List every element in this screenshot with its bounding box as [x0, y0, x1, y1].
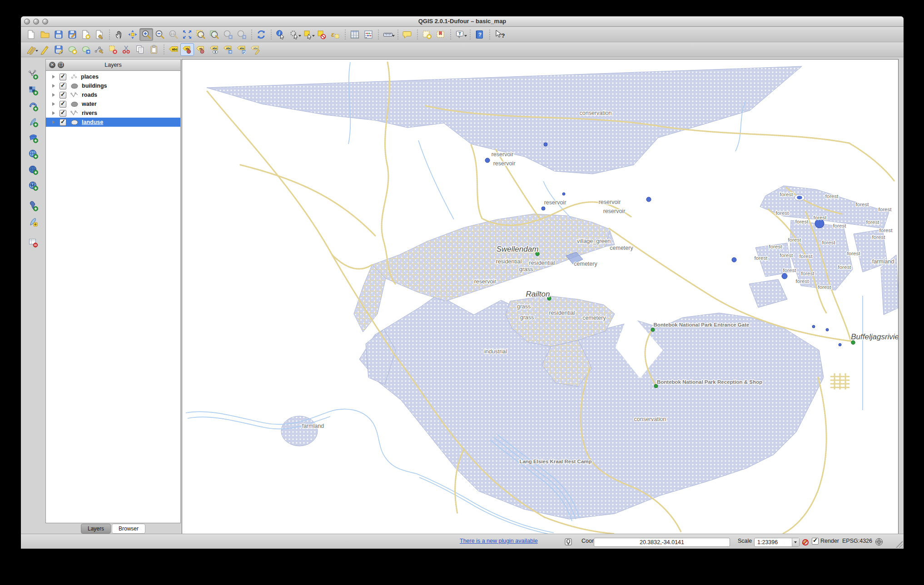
- rotate-label-button[interactable]: abc: [235, 43, 248, 56]
- attribute-table-button[interactable]: [348, 28, 362, 41]
- crs-projector-icon[interactable]: [875, 538, 883, 546]
- landuse-label: conservation: [580, 110, 612, 116]
- zoom-native-button[interactable]: 1:1: [167, 28, 180, 41]
- layer-visibility-checkbox[interactable]: [60, 74, 66, 80]
- cut-features-button[interactable]: [120, 43, 134, 56]
- zoom-in-button[interactable]: [139, 28, 153, 41]
- add-raster-button[interactable]: [26, 84, 40, 97]
- move-feature-icon: [80, 44, 91, 55]
- move-label-button[interactable]: abc: [221, 43, 235, 56]
- add-vector-button[interactable]: [26, 68, 40, 81]
- layer-polygon-symbol-icon: [70, 101, 79, 107]
- zoom-native-icon: 1:1: [168, 29, 179, 40]
- zoom-full-button[interactable]: [180, 28, 194, 41]
- add-wms-button[interactable]: [26, 148, 40, 160]
- map-canvas[interactable]: conservationreservoirreservoirreservoirr…: [182, 59, 899, 535]
- zoom-next-button[interactable]: [235, 28, 248, 41]
- new-spatialite-layer-button[interactable]: [26, 216, 40, 228]
- showhide-labels-icon: abc: [209, 44, 220, 55]
- pan-map-button[interactable]: [112, 28, 126, 41]
- layer-item-water[interactable]: water: [46, 99, 180, 109]
- toggle-editing-button[interactable]: [38, 43, 52, 56]
- showhide-labels-button[interactable]: abc: [208, 43, 221, 56]
- forest-label: forest: [825, 193, 839, 199]
- scale-combo[interactable]: 1:23396: [754, 538, 800, 547]
- zoom-to-selection-button[interactable]: [194, 28, 208, 41]
- node-tool-button[interactable]: [93, 43, 106, 56]
- field-calculator-button[interactable]: [362, 28, 375, 41]
- layer-visibility-checkbox[interactable]: [60, 119, 66, 126]
- current-edits-button[interactable]: [25, 43, 38, 56]
- help-button[interactable]: ?: [473, 28, 487, 41]
- show-bookmarks-button[interactable]: [434, 28, 447, 41]
- expand-arrow-icon[interactable]: [52, 102, 55, 106]
- open-project-button[interactable]: [38, 28, 52, 41]
- forest-label: forest: [783, 268, 797, 273]
- composer-manager-button[interactable]: [93, 28, 106, 41]
- deselect-features-button[interactable]: [315, 28, 328, 41]
- paste-features-button[interactable]: [147, 43, 161, 56]
- feature-action-button[interactable]: [288, 28, 301, 41]
- resize-grip[interactable]: [895, 540, 903, 548]
- pin-labels-button[interactable]: ab: [180, 43, 194, 56]
- paste-features-icon: [149, 44, 159, 55]
- layer-visibility-checkbox[interactable]: [60, 110, 66, 117]
- save-project-as-button[interactable]: [65, 28, 79, 41]
- new-bookmark-button[interactable]: [420, 28, 434, 41]
- refresh-button[interactable]: [254, 28, 268, 41]
- identify-button[interactable]: i: [274, 28, 288, 41]
- dropdown-arrow-icon[interactable]: [464, 35, 467, 37]
- map-tips-button[interactable]: [401, 28, 414, 41]
- layers-panel: ✕ ❐ Layers placesbuildingsroadswaterrive…: [45, 59, 181, 534]
- tab-browser[interactable]: Browser: [112, 524, 145, 534]
- measure-button[interactable]: [381, 28, 395, 41]
- scale-dropdown-arrow-icon[interactable]: [792, 538, 799, 546]
- layer-visibility-checkbox[interactable]: [60, 101, 66, 108]
- pan-to-selection-button[interactable]: [126, 28, 139, 41]
- tab-layers[interactable]: Layers: [81, 524, 111, 534]
- new-project-button[interactable]: [25, 28, 38, 41]
- render-checkbox[interactable]: [812, 538, 819, 545]
- whats-this-button[interactable]: ?: [492, 28, 506, 41]
- expand-arrow-icon[interactable]: [52, 75, 55, 79]
- add-delimited-button[interactable]: [26, 200, 40, 213]
- text-annotation-button[interactable]: T: [453, 28, 467, 41]
- select-features-button[interactable]: [301, 28, 315, 41]
- layer-item-landuse[interactable]: landuse: [46, 118, 180, 127]
- add-wcs-button[interactable]: [26, 164, 40, 176]
- copy-features-button[interactable]: [134, 43, 147, 56]
- add-postgis-button[interactable]: [26, 100, 40, 113]
- layer-visibility-checkbox[interactable]: [60, 83, 66, 89]
- expand-arrow-icon[interactable]: [52, 84, 55, 88]
- coordinate-input[interactable]: 20.3832,-34.0141: [594, 538, 730, 547]
- remove-layer-button[interactable]: [26, 236, 40, 249]
- layer-item-rivers[interactable]: rivers: [46, 109, 180, 118]
- labeling-button[interactable]: abc: [167, 43, 180, 56]
- add-spatialite-button[interactable]: [26, 116, 40, 129]
- window-titlebar[interactable]: QGIS 2.0.1-Dufour – basic_map: [21, 16, 904, 27]
- layer-visibility-checkbox[interactable]: [60, 92, 66, 99]
- dropdown-arrow-icon[interactable]: [392, 35, 395, 37]
- layer-item-buildings[interactable]: buildings: [46, 81, 180, 90]
- move-feature-button[interactable]: [79, 43, 93, 56]
- zoom-to-layer-button[interactable]: [208, 28, 221, 41]
- change-label-button[interactable]: abc: [248, 43, 262, 56]
- highlight-labels-button[interactable]: ab: [194, 43, 208, 56]
- add-mssql-button[interactable]: [26, 132, 40, 144]
- expand-arrow-icon[interactable]: [52, 93, 55, 97]
- new-composer-button[interactable]: [79, 28, 93, 41]
- zoom-out-button[interactable]: [153, 28, 167, 41]
- stop-render-icon[interactable]: [800, 538, 809, 546]
- expand-arrow-icon[interactable]: [52, 111, 55, 115]
- plugin-available-link[interactable]: There is a new plugin available: [460, 538, 538, 544]
- save-edits-button[interactable]: [52, 43, 65, 56]
- expand-arrow-icon[interactable]: [52, 120, 55, 124]
- zoom-last-button[interactable]: [221, 28, 235, 41]
- delete-selected-button[interactable]: [106, 43, 120, 56]
- add-wfs-button[interactable]: [26, 179, 40, 192]
- save-project-button[interactable]: [52, 28, 65, 41]
- layer-item-places[interactable]: places: [46, 72, 180, 81]
- layer-item-roads[interactable]: roads: [46, 90, 180, 99]
- add-feature-button[interactable]: [65, 43, 79, 56]
- select-expression-button[interactable]: ε: [328, 28, 342, 41]
